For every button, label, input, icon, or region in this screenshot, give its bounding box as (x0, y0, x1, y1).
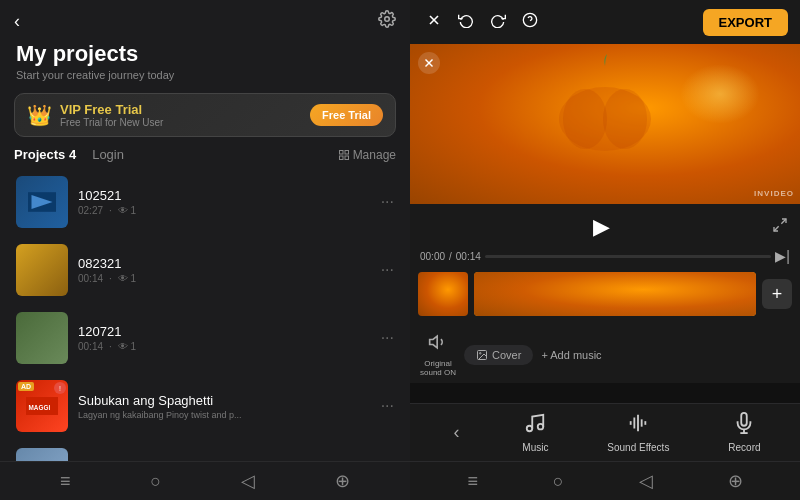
free-trial-button[interactable]: Free Trial (310, 104, 383, 126)
music-icon (524, 412, 546, 439)
close-button[interactable] (422, 8, 446, 36)
notification-dot: ! (54, 382, 66, 394)
music-tool[interactable]: Music (522, 412, 548, 453)
time-separator: / (449, 251, 452, 262)
audio-section: Originalsound ON Cover + Add music (410, 326, 800, 383)
manage-label: Manage (353, 148, 396, 162)
svg-text:MAGGI: MAGGI (29, 404, 51, 411)
project-meta: 00:14·👁 1 (78, 341, 371, 352)
vip-sub: Free Trial for New User (60, 117, 163, 128)
vip-banner[interactable]: 👑 VIP Free Trial Free Trial for New User… (14, 93, 396, 137)
project-thumbnail (16, 448, 68, 461)
bottom-tools: ‹ Music Sound Effects (410, 403, 800, 461)
media-track-row: + (410, 266, 800, 322)
menu-icon-right[interactable]: ≡ (467, 471, 478, 492)
undo-button[interactable] (454, 8, 478, 36)
media-thumb-left (418, 272, 468, 316)
sound-effects-label: Sound Effects (607, 442, 669, 453)
back-nav-icon[interactable]: ◁ (241, 470, 255, 492)
add-clip-button[interactable]: + (762, 279, 792, 309)
svg-line-18 (781, 219, 786, 224)
more-options-icon[interactable]: ··· (381, 329, 394, 347)
pumpkin-visual: INVIDEO (410, 44, 800, 204)
cover-chip[interactable]: Cover (464, 345, 533, 365)
add-music-row[interactable]: + Add music (541, 349, 790, 361)
help-button[interactable] (518, 8, 542, 36)
skip-end-button[interactable]: ▶| (775, 248, 790, 264)
svg-point-23 (527, 426, 533, 432)
home-icon-right[interactable]: ○ (553, 471, 564, 492)
page-title: My projects (16, 41, 394, 67)
svg-point-15 (603, 89, 647, 149)
right-panel: EXPORT INVIDEO ▶ (410, 0, 800, 500)
video-preview: INVIDEO (410, 44, 800, 204)
timeline-area: 00:00 / 00:14 ▶| + (410, 246, 800, 326)
manage-link[interactable]: Manage (338, 148, 396, 162)
sound-effects-tool[interactable]: Sound Effects (607, 412, 669, 453)
sound-label: Originalsound ON (420, 359, 456, 377)
left-panel: ‹ My projects Start your creative journe… (0, 0, 410, 500)
redo-button[interactable] (486, 8, 510, 36)
login-link[interactable]: Login (92, 147, 124, 162)
media-clip[interactable] (474, 272, 756, 316)
time-bar: 00:00 / 00:14 ▶| (410, 246, 800, 266)
settings-icon[interactable] (378, 10, 396, 33)
profile-icon-right[interactable]: ⊕ (728, 470, 743, 492)
home-icon[interactable]: ○ (150, 471, 161, 492)
add-music-label: + Add music (541, 349, 601, 361)
svg-rect-2 (345, 150, 349, 154)
pumpkin-highlight (680, 64, 760, 124)
project-meta: 02:27·👁 1 (78, 205, 371, 216)
cover-label: Cover (492, 349, 521, 361)
list-item[interactable]: MAGGI AD ! Subukan ang Spaghetti Lagyan … (8, 372, 402, 440)
title-section: My projects Start your creative journey … (0, 39, 410, 89)
list-item[interactable]: 082321 00:14·👁 1 ··· (8, 236, 402, 304)
project-info: 102521 02:27·👁 1 (78, 188, 371, 216)
media-clip-inner (474, 272, 756, 316)
play-button[interactable]: ▶ (593, 214, 610, 240)
original-sound-toggle[interactable]: Originalsound ON (420, 332, 456, 377)
vip-title: VIP Free Trial (60, 102, 163, 117)
project-name: 082321 (78, 256, 371, 271)
svg-point-22 (480, 352, 482, 354)
project-list: 102521 02:27·👁 1 ··· 082321 00:14·👁 1 ··… (0, 168, 410, 461)
more-options-icon[interactable]: ··· (381, 261, 394, 279)
right-header: EXPORT (410, 0, 800, 44)
svg-marker-20 (430, 336, 438, 348)
record-icon (733, 412, 755, 439)
back-nav-icon-right[interactable]: ◁ (639, 470, 653, 492)
chevron-left-button[interactable]: ‹ (449, 418, 463, 447)
more-options-icon[interactable]: ··· (381, 193, 394, 211)
bottom-nav-right: ≡ ○ ◁ ⊕ (410, 461, 800, 500)
more-options-icon[interactable]: ··· (381, 397, 394, 415)
export-button[interactable]: EXPORT (703, 9, 788, 36)
timeline-track[interactable] (485, 255, 772, 258)
bottom-nav-left: ≡ ○ ◁ ⊕ (0, 461, 410, 500)
list-item[interactable]: 102521 02:27·👁 1 ··· (8, 168, 402, 236)
project-thumbnail: MAGGI AD ! (16, 380, 68, 432)
project-thumbnail (16, 244, 68, 296)
list-item[interactable]: 120721 00:14·👁 1 ··· (8, 304, 402, 372)
svg-point-24 (538, 424, 544, 430)
project-info: 120721 00:14·👁 1 (78, 324, 371, 352)
left-header: ‹ (0, 0, 410, 39)
record-tool[interactable]: Record (728, 412, 760, 453)
sound-effects-icon (627, 412, 649, 439)
projects-nav: Projects 4 Login Manage (0, 147, 410, 162)
list-item[interactable]: Demo Project 00:13·👁 8 ⬇ (8, 440, 402, 461)
fullscreen-button[interactable] (772, 217, 788, 237)
svg-rect-1 (339, 150, 343, 154)
menu-icon[interactable]: ≡ (60, 471, 71, 492)
project-name: 120721 (78, 324, 371, 339)
vip-text-block: VIP Free Trial Free Trial for New User (60, 102, 163, 128)
remove-watermark-button[interactable] (418, 52, 440, 74)
profile-icon[interactable]: ⊕ (335, 470, 350, 492)
project-thumbnail (16, 312, 68, 364)
time-current: 00:00 (420, 251, 445, 262)
back-button[interactable]: ‹ (14, 11, 20, 32)
svg-rect-4 (345, 156, 349, 160)
project-meta: 00:14·👁 1 (78, 273, 371, 284)
playback-area: ▶ (410, 204, 800, 246)
svg-rect-3 (339, 156, 343, 160)
svg-point-14 (563, 89, 607, 149)
